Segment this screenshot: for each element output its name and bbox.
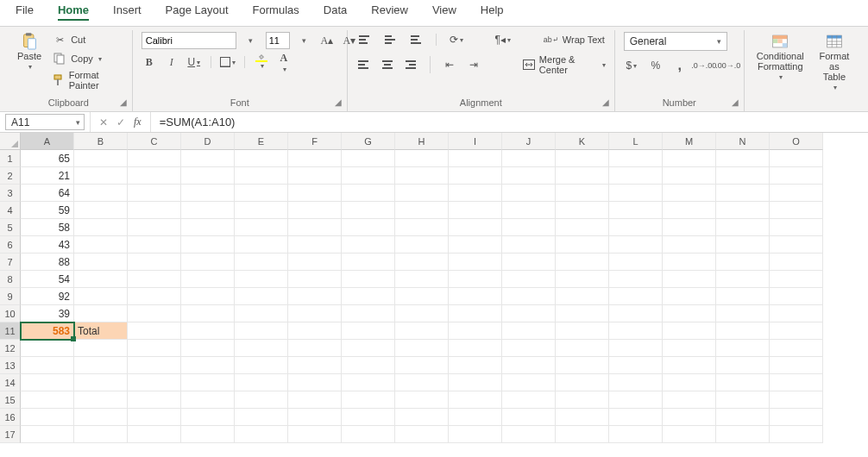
cell-F3[interactable]: [288, 185, 342, 202]
cell-E4[interactable]: [235, 202, 288, 219]
row-header-15[interactable]: 15: [0, 391, 21, 409]
cell-B3[interactable]: [74, 185, 128, 202]
accounting-format-button[interactable]: $: [624, 58, 639, 73]
cell-B13[interactable]: [74, 357, 128, 374]
dialog-launcher-icon[interactable]: ◢: [732, 97, 739, 107]
cell-B15[interactable]: [74, 391, 128, 409]
cell-O12[interactable]: [770, 340, 823, 357]
paste-button[interactable]: Paste: [14, 32, 45, 72]
cell-F10[interactable]: [288, 305, 342, 322]
cell-E2[interactable]: [235, 167, 288, 185]
cell-H3[interactable]: [395, 185, 449, 202]
cell-C2[interactable]: [128, 167, 181, 185]
cell-I11[interactable]: [449, 322, 502, 340]
cell-B4[interactable]: [74, 202, 128, 219]
cell-A2[interactable]: 21: [21, 167, 74, 185]
cell-K17[interactable]: [556, 426, 609, 443]
cell-G10[interactable]: [342, 305, 395, 322]
cell-D3[interactable]: [181, 185, 235, 202]
column-header-F[interactable]: F: [288, 133, 342, 150]
cell-K3[interactable]: [556, 185, 609, 202]
cell-F5[interactable]: [288, 219, 342, 236]
cell-G6[interactable]: [342, 236, 395, 254]
cell-E11[interactable]: [235, 322, 288, 340]
cell-F13[interactable]: [288, 357, 342, 374]
cell-I8[interactable]: [449, 271, 502, 288]
cell-I10[interactable]: [449, 305, 502, 322]
cell-D14[interactable]: [181, 374, 235, 391]
align-left-icon[interactable]: [356, 57, 370, 72]
accept-formula-icon[interactable]: ✓: [116, 116, 125, 128]
cell-C5[interactable]: [128, 219, 181, 236]
cell-L8[interactable]: [609, 271, 663, 288]
cell-O4[interactable]: [770, 202, 823, 219]
cell-G14[interactable]: [342, 374, 395, 391]
cell-M5[interactable]: [663, 219, 716, 236]
decrease-indent-icon[interactable]: ⇤: [443, 57, 456, 72]
row-header-14[interactable]: 14: [0, 374, 21, 391]
cell-B16[interactable]: [74, 409, 128, 426]
cell-N15[interactable]: [716, 391, 770, 409]
cell-A12[interactable]: [21, 340, 74, 357]
row-header-9[interactable]: 9: [0, 288, 21, 305]
row-header-4[interactable]: 4: [0, 202, 21, 219]
row-header-13[interactable]: 13: [0, 357, 21, 374]
cell-L10[interactable]: [609, 305, 663, 322]
cell-J15[interactable]: [502, 391, 556, 409]
cell-H4[interactable]: [395, 202, 449, 219]
cell-N12[interactable]: [716, 340, 770, 357]
row-header-2[interactable]: 2: [0, 167, 21, 185]
cell-M8[interactable]: [663, 271, 716, 288]
cell-M13[interactable]: [663, 357, 716, 374]
font-size-input[interactable]: [266, 32, 290, 49]
dialog-launcher-icon[interactable]: ◢: [120, 97, 127, 107]
cell-N7[interactable]: [716, 254, 770, 271]
wrap-text-button[interactable]: ab⤶ Wrap Text: [544, 32, 605, 47]
column-header-G[interactable]: G: [342, 133, 395, 150]
cell-K12[interactable]: [556, 340, 609, 357]
cell-A13[interactable]: [21, 357, 74, 374]
cell-G3[interactable]: [342, 185, 395, 202]
cell-E1[interactable]: [235, 150, 288, 167]
cell-G16[interactable]: [342, 409, 395, 426]
cell-A9[interactable]: 92: [21, 288, 74, 305]
menu-formulas[interactable]: Formulas: [253, 3, 299, 21]
column-header-I[interactable]: I: [449, 133, 502, 150]
cell-N8[interactable]: [716, 271, 770, 288]
cell-D4[interactable]: [181, 202, 235, 219]
cell-O17[interactable]: [770, 426, 823, 443]
cell-D11[interactable]: [181, 322, 235, 340]
cell-O1[interactable]: [770, 150, 823, 167]
cell-N13[interactable]: [716, 357, 770, 374]
cut-button[interactable]: ✂ Cut: [52, 32, 123, 47]
cell-H8[interactable]: [395, 271, 449, 288]
menu-page-layout[interactable]: Page Layout: [166, 3, 229, 21]
cell-O14[interactable]: [770, 374, 823, 391]
cell-H6[interactable]: [395, 236, 449, 254]
cell-N17[interactable]: [716, 426, 770, 443]
menu-view[interactable]: View: [432, 3, 456, 21]
cell-G7[interactable]: [342, 254, 395, 271]
increase-indent-icon[interactable]: ⇥: [467, 57, 481, 72]
cancel-formula-icon[interactable]: ✕: [99, 116, 108, 128]
cell-D7[interactable]: [181, 254, 235, 271]
cell-O10[interactable]: [770, 305, 823, 322]
cell-L9[interactable]: [609, 288, 663, 305]
cell-L2[interactable]: [609, 167, 663, 185]
cell-H10[interactable]: [395, 305, 449, 322]
cell-L7[interactable]: [609, 254, 663, 271]
cell-H12[interactable]: [395, 340, 449, 357]
cell-H16[interactable]: [395, 409, 449, 426]
cell-K7[interactable]: [556, 254, 609, 271]
cell-N5[interactable]: [716, 219, 770, 236]
cell-J8[interactable]: [502, 271, 556, 288]
cell-N10[interactable]: [716, 305, 770, 322]
row-header-7[interactable]: 7: [0, 254, 21, 271]
menu-insert[interactable]: Insert: [113, 3, 142, 21]
row-header-6[interactable]: 6: [0, 236, 21, 254]
cell-M16[interactable]: [663, 409, 716, 426]
rtl-button[interactable]: ¶◂: [495, 32, 511, 47]
cell-L1[interactable]: [609, 150, 663, 167]
cell-O2[interactable]: [770, 167, 823, 185]
cell-J14[interactable]: [502, 374, 556, 391]
